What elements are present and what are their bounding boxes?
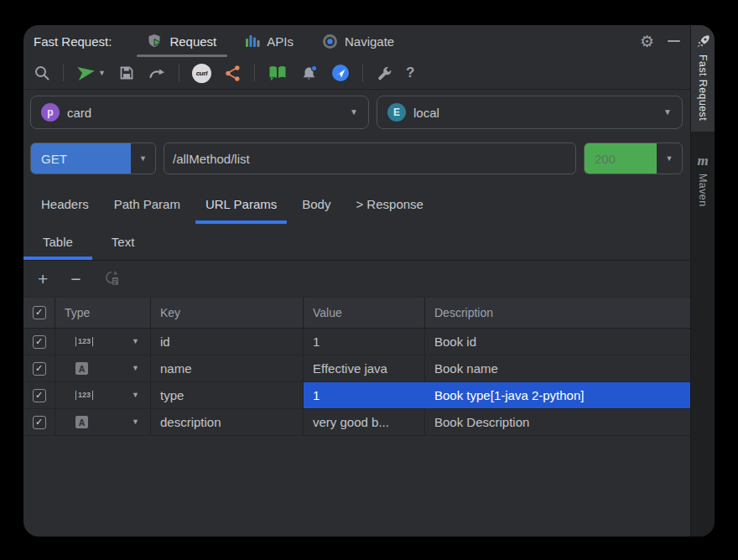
type-cell[interactable]: A ▼ <box>55 355 151 381</box>
check-icon: ✓ <box>35 417 43 427</box>
header-type[interactable]: Type <box>55 298 151 328</box>
table-header: ✓ Type Key Value Description <box>23 297 690 329</box>
row-checkbox[interactable]: ✓ <box>33 362 46 376</box>
environment-value: local <box>413 106 439 120</box>
table-row[interactable]: ✓ 123 ▼ id 1 Book id <box>23 329 690 355</box>
help-button[interactable]: ? <box>406 65 414 81</box>
header-value[interactable]: Value <box>304 298 425 328</box>
value-cell[interactable]: 1 <box>304 382 425 408</box>
titlebar-actions: ⚙ <box>640 34 680 49</box>
wrench-icon <box>376 65 393 82</box>
tab-path-param[interactable]: Path Param <box>101 184 193 224</box>
description-cell[interactable]: Book id <box>425 329 690 355</box>
key-cell[interactable]: description <box>151 409 304 435</box>
string-type-icon: A <box>75 362 88 375</box>
key-cell[interactable]: name <box>151 355 304 381</box>
curl-icon: curl <box>192 64 211 83</box>
copy-params-button[interactable] <box>104 270 120 288</box>
params-toolbar: + − <box>23 261 690 297</box>
add-param-button[interactable]: + <box>38 270 48 288</box>
rocket-icon <box>696 34 710 49</box>
curl-button[interactable]: curl <box>192 64 211 83</box>
chevron-down-icon[interactable]: ▼ <box>98 70 106 77</box>
bars-icon <box>245 34 260 49</box>
share-button[interactable] <box>224 65 242 82</box>
save-button[interactable] <box>118 65 135 81</box>
type-cell[interactable]: 123 ▼ <box>55 329 151 355</box>
header-description[interactable]: Description <box>425 298 690 328</box>
gear-icon[interactable]: ⚙ <box>640 34 654 49</box>
view-tabs: Table Text <box>23 224 690 261</box>
docs-button[interactable] <box>268 65 288 81</box>
header-checkbox-cell[interactable]: ✓ <box>23 298 55 328</box>
value-cell[interactable]: very good b... <box>304 409 425 435</box>
row-checkbox[interactable]: ✓ <box>33 416 46 429</box>
notifications-button[interactable] <box>300 65 319 82</box>
description-cell[interactable]: Book name <box>425 355 690 381</box>
tab-body[interactable]: Body <box>289 184 343 224</box>
project-select[interactable]: p card ▼ <box>30 96 369 129</box>
row-checkbox-cell[interactable]: ✓ <box>23 409 55 435</box>
environment-badge-icon: E <box>387 103 406 122</box>
stripe-fast-request-label: Fast Request <box>697 54 709 121</box>
empty-area <box>23 436 690 537</box>
tab-text-view[interactable]: Text <box>92 224 154 260</box>
tab-apis-label: APIs <box>267 34 294 49</box>
header-key[interactable]: Key <box>151 298 304 328</box>
tab-apis[interactable]: APIs <box>231 25 308 57</box>
method-value: GET <box>31 143 131 174</box>
value-cell[interactable]: Effective java <box>304 355 425 381</box>
status-select[interactable]: 200 ▼ <box>584 143 683 174</box>
row-checkbox-cell[interactable]: ✓ <box>23 329 55 355</box>
search-button[interactable] <box>34 65 50 81</box>
description-cell[interactable]: Book type[1-java 2-python] <box>425 382 690 408</box>
table-row[interactable]: ✓ A ▼ name Effective java Book name <box>23 355 690 382</box>
url-input[interactable] <box>164 143 576 174</box>
tab-navigate[interactable]: Navigate <box>308 25 408 57</box>
send-icon <box>76 64 96 82</box>
send-request-button[interactable]: ▼ <box>76 64 106 82</box>
select-all-checkbox[interactable]: ✓ <box>33 306 46 319</box>
method-select[interactable]: GET ▼ <box>30 143 156 174</box>
status-code-badge: 200 <box>585 143 657 174</box>
row-checkbox[interactable]: ✓ <box>33 389 46 402</box>
search-icon <box>34 65 50 81</box>
chevron-down-icon[interactable]: ▼ <box>132 338 139 345</box>
tab-url-params[interactable]: URL Params <box>193 184 289 224</box>
environment-select[interactable]: E local ▼ <box>377 96 683 129</box>
tab-table-view[interactable]: Table <box>23 224 92 260</box>
row-checkbox-cell[interactable]: ✓ <box>23 382 55 408</box>
table-row[interactable]: ✓ 123 ▼ type 1 Book type[1-java 2-python… <box>23 382 690 409</box>
type-cell[interactable]: A ▼ <box>55 409 151 435</box>
minimize-icon[interactable] <box>668 40 680 42</box>
row-checkbox[interactable]: ✓ <box>33 335 46 349</box>
share-icon <box>224 65 242 82</box>
chevron-down-icon[interactable]: ▼ <box>132 391 139 399</box>
row-checkbox-cell[interactable]: ✓ <box>23 355 55 381</box>
settings-wrench-button[interactable] <box>376 65 393 82</box>
chevron-down-icon[interactable]: ▼ <box>132 365 139 372</box>
check-icon: ✓ <box>35 337 43 346</box>
key-cell[interactable]: type <box>151 382 304 408</box>
type-cell[interactable]: 123 ▼ <box>55 382 151 408</box>
stripe-tab-maven[interactable]: m Maven <box>691 153 715 207</box>
tab-headers[interactable]: Headers <box>29 184 101 224</box>
value-cell[interactable]: 1 <box>304 329 425 355</box>
selector-row: p card ▼ E local ▼ <box>23 90 690 137</box>
browser-button[interactable] <box>331 64 350 82</box>
key-cell[interactable]: id <box>151 329 304 355</box>
tab-request-label: Request <box>169 34 216 49</box>
project-badge-icon: p <box>41 103 60 122</box>
tab-response[interactable]: > Response <box>343 184 435 224</box>
redo-button[interactable] <box>148 65 166 81</box>
chevron-down-icon[interactable]: ▼ <box>132 418 139 426</box>
remove-param-button[interactable]: − <box>70 270 81 288</box>
request-line: GET ▼ 200 ▼ <box>23 137 690 184</box>
request-tabs: Headers Path Param URL Params Body > Res… <box>23 184 690 224</box>
fast-request-window: Fast Request: Request APIs <box>23 25 715 537</box>
description-cell[interactable]: Book Description <box>425 409 690 435</box>
table-row[interactable]: ✓ A ▼ description very good b... Book De… <box>23 409 690 436</box>
main-panel: Fast Request: Request APIs <box>23 25 690 537</box>
stripe-tab-fast-request[interactable]: Fast Request <box>691 25 715 132</box>
tab-request[interactable]: Request <box>133 25 231 57</box>
